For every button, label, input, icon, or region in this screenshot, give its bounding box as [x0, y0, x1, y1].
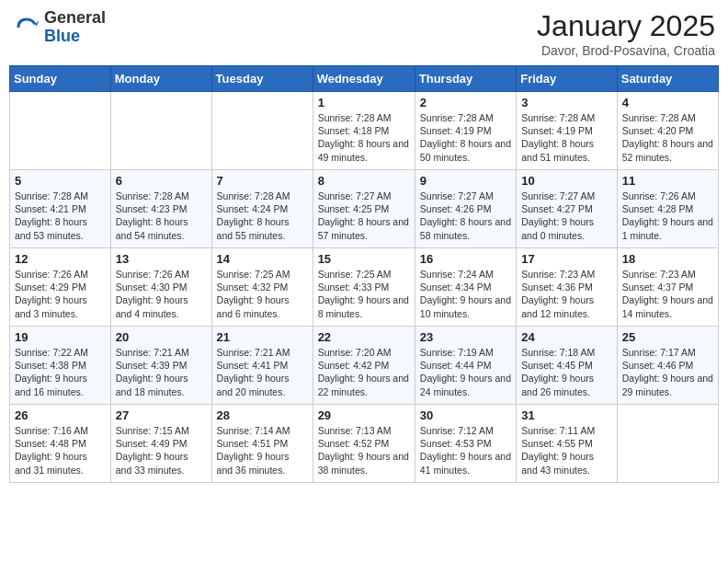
day-number: 25	[622, 330, 713, 344]
month-title: January 2025	[537, 9, 715, 43]
day-number: 16	[420, 252, 511, 266]
day-info: Sunrise: 7:27 AM Sunset: 4:26 PM Dayligh…	[420, 190, 511, 242]
weekday-header-monday: Monday	[110, 66, 211, 92]
day-number: 22	[318, 330, 410, 344]
logo: General Blue	[13, 9, 106, 46]
day-info: Sunrise: 7:20 AM Sunset: 4:42 PM Dayligh…	[318, 346, 410, 398]
calendar-cell: 15Sunrise: 7:25 AM Sunset: 4:33 PM Dayli…	[313, 248, 415, 327]
calendar-cell: 10Sunrise: 7:27 AM Sunset: 4:27 PM Dayli…	[517, 170, 618, 248]
calendar-cell	[617, 405, 718, 483]
day-number: 15	[318, 252, 410, 266]
weekday-header-friday: Friday	[517, 66, 618, 92]
weekday-header-thursday: Thursday	[415, 66, 516, 92]
logo-general: General	[44, 9, 106, 28]
day-number: 3	[521, 96, 612, 109]
calendar-cell: 26Sunrise: 7:16 AM Sunset: 4:48 PM Dayli…	[10, 405, 111, 483]
day-number: 19	[15, 330, 106, 344]
day-number: 31	[521, 408, 612, 422]
calendar-cell: 9Sunrise: 7:27 AM Sunset: 4:26 PM Daylig…	[415, 170, 516, 248]
day-info: Sunrise: 7:28 AM Sunset: 4:23 PM Dayligh…	[116, 190, 207, 242]
day-number: 30	[420, 408, 511, 422]
location: Davor, Brod-Posavina, Croatia	[537, 43, 715, 58]
calendar-cell: 31Sunrise: 7:11 AM Sunset: 4:55 PM Dayli…	[517, 405, 618, 483]
weekday-header-tuesday: Tuesday	[211, 66, 313, 92]
day-number: 2	[420, 96, 511, 109]
day-info: Sunrise: 7:28 AM Sunset: 4:19 PM Dayligh…	[521, 111, 612, 164]
day-number: 6	[116, 174, 207, 188]
day-info: Sunrise: 7:14 AM Sunset: 4:51 PM Dayligh…	[217, 424, 308, 477]
calendar-cell: 7Sunrise: 7:28 AM Sunset: 4:24 PM Daylig…	[211, 170, 313, 248]
day-info: Sunrise: 7:12 AM Sunset: 4:53 PM Dayligh…	[420, 424, 511, 477]
calendar-cell: 28Sunrise: 7:14 AM Sunset: 4:51 PM Dayli…	[211, 405, 313, 483]
title-block: January 2025 Davor, Brod-Posavina, Croat…	[537, 9, 715, 58]
calendar-cell: 29Sunrise: 7:13 AM Sunset: 4:52 PM Dayli…	[313, 405, 415, 483]
calendar-cell: 23Sunrise: 7:19 AM Sunset: 4:44 PM Dayli…	[415, 327, 516, 405]
day-info: Sunrise: 7:25 AM Sunset: 4:33 PM Dayligh…	[318, 268, 410, 320]
day-info: Sunrise: 7:26 AM Sunset: 4:30 PM Dayligh…	[116, 268, 207, 320]
logo-text: General Blue	[44, 9, 106, 46]
calendar-cell	[10, 92, 111, 170]
logo-blue: Blue	[44, 28, 106, 46]
calendar-cell: 1Sunrise: 7:28 AM Sunset: 4:18 PM Daylig…	[313, 92, 415, 170]
calendar-cell: 20Sunrise: 7:21 AM Sunset: 4:39 PM Dayli…	[110, 327, 211, 405]
day-number: 1	[318, 96, 410, 109]
calendar-cell: 3Sunrise: 7:28 AM Sunset: 4:19 PM Daylig…	[517, 92, 618, 170]
day-number: 18	[622, 252, 713, 266]
day-number: 29	[318, 408, 410, 422]
day-info: Sunrise: 7:19 AM Sunset: 4:44 PM Dayligh…	[420, 346, 511, 398]
day-info: Sunrise: 7:13 AM Sunset: 4:52 PM Dayligh…	[318, 424, 410, 477]
calendar-cell: 19Sunrise: 7:22 AM Sunset: 4:38 PM Dayli…	[10, 327, 111, 405]
day-number: 14	[217, 252, 308, 266]
day-info: Sunrise: 7:28 AM Sunset: 4:21 PM Dayligh…	[15, 190, 106, 242]
calendar-cell: 13Sunrise: 7:26 AM Sunset: 4:30 PM Dayli…	[110, 248, 211, 327]
week-row-5: 26Sunrise: 7:16 AM Sunset: 4:48 PM Dayli…	[10, 405, 719, 483]
calendar-cell: 4Sunrise: 7:28 AM Sunset: 4:20 PM Daylig…	[617, 92, 718, 170]
day-info: Sunrise: 7:21 AM Sunset: 4:41 PM Dayligh…	[217, 346, 308, 398]
calendar-cell: 6Sunrise: 7:28 AM Sunset: 4:23 PM Daylig…	[110, 170, 211, 248]
day-number: 23	[420, 330, 511, 344]
calendar-cell: 2Sunrise: 7:28 AM Sunset: 4:19 PM Daylig…	[415, 92, 516, 170]
day-info: Sunrise: 7:21 AM Sunset: 4:39 PM Dayligh…	[116, 346, 207, 398]
day-info: Sunrise: 7:28 AM Sunset: 4:24 PM Dayligh…	[217, 190, 308, 242]
week-row-2: 5Sunrise: 7:28 AM Sunset: 4:21 PM Daylig…	[10, 170, 719, 248]
day-number: 13	[116, 252, 207, 266]
calendar-cell	[211, 92, 313, 170]
calendar-cell: 18Sunrise: 7:23 AM Sunset: 4:37 PM Dayli…	[617, 248, 718, 327]
calendar-cell: 24Sunrise: 7:18 AM Sunset: 4:45 PM Dayli…	[517, 327, 618, 405]
day-info: Sunrise: 7:11 AM Sunset: 4:55 PM Dayligh…	[521, 424, 612, 477]
day-number: 10	[521, 174, 612, 188]
calendar-cell: 14Sunrise: 7:25 AM Sunset: 4:32 PM Dayli…	[211, 248, 313, 327]
day-number: 24	[521, 330, 612, 344]
calendar-cell: 30Sunrise: 7:12 AM Sunset: 4:53 PM Dayli…	[415, 405, 516, 483]
day-number: 21	[217, 330, 308, 344]
weekday-header-row: SundayMondayTuesdayWednesdayThursdayFrid…	[10, 66, 719, 92]
day-number: 27	[116, 408, 207, 422]
logo-icon	[13, 14, 40, 41]
day-info: Sunrise: 7:23 AM Sunset: 4:36 PM Dayligh…	[521, 268, 612, 320]
calendar-cell: 17Sunrise: 7:23 AM Sunset: 4:36 PM Dayli…	[517, 248, 618, 327]
day-info: Sunrise: 7:18 AM Sunset: 4:45 PM Dayligh…	[521, 346, 612, 398]
week-row-4: 19Sunrise: 7:22 AM Sunset: 4:38 PM Dayli…	[10, 327, 719, 405]
day-number: 7	[217, 174, 308, 188]
calendar-table: SundayMondayTuesdayWednesdayThursdayFrid…	[9, 65, 719, 483]
day-info: Sunrise: 7:16 AM Sunset: 4:48 PM Dayligh…	[15, 424, 106, 477]
calendar-cell: 21Sunrise: 7:21 AM Sunset: 4:41 PM Dayli…	[211, 327, 313, 405]
day-info: Sunrise: 7:22 AM Sunset: 4:38 PM Dayligh…	[15, 346, 106, 398]
day-info: Sunrise: 7:28 AM Sunset: 4:19 PM Dayligh…	[420, 111, 511, 164]
week-row-3: 12Sunrise: 7:26 AM Sunset: 4:29 PM Dayli…	[10, 248, 719, 327]
week-row-1: 1Sunrise: 7:28 AM Sunset: 4:18 PM Daylig…	[10, 92, 719, 170]
day-info: Sunrise: 7:27 AM Sunset: 4:25 PM Dayligh…	[318, 190, 410, 242]
weekday-header-sunday: Sunday	[10, 66, 111, 92]
day-info: Sunrise: 7:15 AM Sunset: 4:49 PM Dayligh…	[116, 424, 207, 477]
day-info: Sunrise: 7:17 AM Sunset: 4:46 PM Dayligh…	[622, 346, 713, 398]
calendar-cell: 5Sunrise: 7:28 AM Sunset: 4:21 PM Daylig…	[10, 170, 111, 248]
day-number: 9	[420, 174, 511, 188]
day-number: 8	[318, 174, 410, 188]
calendar-cell: 8Sunrise: 7:27 AM Sunset: 4:25 PM Daylig…	[313, 170, 415, 248]
day-info: Sunrise: 7:26 AM Sunset: 4:28 PM Dayligh…	[622, 190, 713, 242]
day-number: 5	[15, 174, 106, 188]
day-number: 11	[622, 174, 713, 188]
weekday-header-wednesday: Wednesday	[313, 66, 415, 92]
calendar-cell: 11Sunrise: 7:26 AM Sunset: 4:28 PM Dayli…	[617, 170, 718, 248]
day-info: Sunrise: 7:28 AM Sunset: 4:20 PM Dayligh…	[622, 111, 713, 164]
